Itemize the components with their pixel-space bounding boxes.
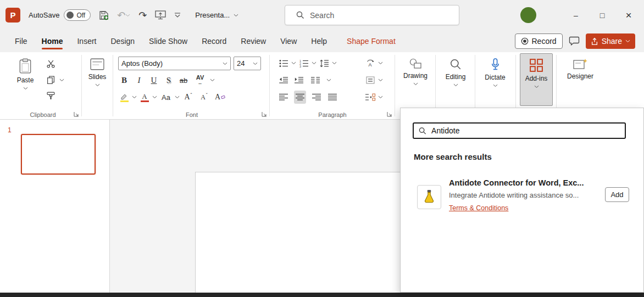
powerpoint-logo[interactable]: P xyxy=(5,8,20,23)
undo-button[interactable]: ↶ xyxy=(117,10,130,20)
increase-indent-button[interactable] xyxy=(293,74,304,87)
dictate-button[interactable]: Dictate xyxy=(478,53,512,87)
clipboard-dialog-launcher[interactable] xyxy=(74,111,79,117)
drawing-button[interactable]: Drawing xyxy=(398,53,433,86)
clear-formatting-button[interactable]: A xyxy=(213,91,227,104)
terms-and-conditions-link[interactable]: Terms & Conditions xyxy=(449,204,508,212)
copy-icon xyxy=(47,76,55,84)
chevron-down-icon[interactable] xyxy=(332,61,337,65)
bullets-button[interactable] xyxy=(277,57,290,70)
addins-popup: More search results Antidote Connector f… xyxy=(400,108,644,293)
strikethrough-button[interactable]: ab xyxy=(177,74,190,87)
chevron-down-icon[interactable] xyxy=(210,79,215,82)
text-highlight-button[interactable] xyxy=(118,91,131,104)
add-addin-button[interactable]: Add xyxy=(605,187,629,202)
format-painter-button[interactable] xyxy=(44,89,57,102)
search-input[interactable] xyxy=(310,11,436,20)
tab-review[interactable]: Review xyxy=(234,30,273,52)
font-color-button[interactable]: A xyxy=(138,91,151,104)
bold-button[interactable]: B xyxy=(118,74,131,87)
autosave-toggle[interactable]: Off xyxy=(64,9,91,21)
text-shadow-button[interactable]: S xyxy=(162,74,175,87)
chevron-down-icon[interactable] xyxy=(175,96,180,99)
font-name-select[interactable]: Aptos (Body) xyxy=(118,57,231,70)
change-case-button[interactable]: Aa xyxy=(158,91,174,104)
record-button[interactable]: Record xyxy=(515,33,563,49)
comments-button[interactable] xyxy=(569,36,580,46)
columns-button[interactable] xyxy=(309,74,322,87)
decrease-font-size-button[interactable]: Aˇ xyxy=(197,91,212,104)
numbering-button[interactable]: 123 xyxy=(297,57,310,70)
microphone-icon xyxy=(491,58,500,71)
chevron-down-icon[interactable] xyxy=(378,96,383,99)
designer-button[interactable]: Designer xyxy=(560,53,600,80)
underline-button[interactable]: U xyxy=(147,74,160,87)
tab-insert[interactable]: Insert xyxy=(70,30,103,52)
svg-text:A: A xyxy=(369,62,372,68)
chevron-down-icon[interactable] xyxy=(312,61,317,65)
chevron-down-icon[interactable] xyxy=(152,96,157,99)
chevron-down-icon[interactable] xyxy=(326,79,331,82)
tab-home[interactable]: Home xyxy=(35,30,70,52)
clipboard-group: Paste Clipboard xyxy=(4,52,81,120)
tab-record[interactable]: Record xyxy=(195,30,234,52)
character-spacing-button[interactable]: AV↔ xyxy=(192,74,208,87)
tab-shape-format[interactable]: Shape Format xyxy=(340,30,403,52)
addins-search-input[interactable] xyxy=(431,126,620,135)
font-dialog-launcher[interactable] xyxy=(262,111,267,117)
new-slide-button[interactable]: Slides xyxy=(84,53,111,87)
save-button[interactable] xyxy=(99,10,109,20)
maximize-button[interactable]: □ xyxy=(589,0,615,30)
font-color-icon: A xyxy=(141,93,149,102)
justify-icon xyxy=(328,93,337,101)
close-button[interactable]: × xyxy=(615,0,642,30)
addin-app-icon xyxy=(417,185,441,209)
start-slideshow-button[interactable] xyxy=(155,10,166,20)
decrease-indent-button[interactable] xyxy=(278,74,289,87)
slide-thumbnail[interactable] xyxy=(21,134,96,175)
paragraph-dialog-launcher[interactable] xyxy=(387,111,392,117)
share-button[interactable]: Share xyxy=(586,33,635,49)
chevron-down-icon xyxy=(534,85,539,88)
chevron-down-icon xyxy=(125,14,130,17)
text-direction-button[interactable]: A xyxy=(364,57,377,70)
status-bar xyxy=(0,293,644,297)
redo-button[interactable]: ↷ xyxy=(138,10,147,20)
addins-search-box[interactable] xyxy=(413,122,626,139)
minimize-button[interactable]: – xyxy=(563,0,589,30)
paste-button[interactable]: Paste xyxy=(11,53,40,90)
convert-to-smartart-button[interactable] xyxy=(364,91,377,104)
align-left-button[interactable] xyxy=(278,91,289,104)
ribbon-tab-bar: File Home Insert Design Slide Show Recor… xyxy=(0,30,644,52)
editing-button[interactable]: Editing xyxy=(438,53,473,87)
align-center-button[interactable] xyxy=(294,91,306,104)
tab-help[interactable]: Help xyxy=(304,30,334,52)
justify-button[interactable] xyxy=(327,91,338,104)
tab-file[interactable]: File xyxy=(8,30,35,52)
italic-button[interactable]: I xyxy=(132,74,146,87)
tab-view[interactable]: View xyxy=(273,30,304,52)
align-text-icon xyxy=(366,76,375,84)
chevron-down-icon[interactable] xyxy=(132,96,137,99)
chevron-down-icon[interactable] xyxy=(378,61,383,65)
font-size-select[interactable]: 24 xyxy=(234,57,261,70)
tab-slide-show[interactable]: Slide Show xyxy=(142,30,195,52)
chevron-down-icon[interactable] xyxy=(291,61,296,65)
document-title[interactable]: Presenta... xyxy=(195,11,238,19)
menubar-right-actions: Record Share xyxy=(515,30,636,52)
line-spacing-button[interactable] xyxy=(318,57,331,70)
align-left-icon xyxy=(279,93,288,101)
align-text-button[interactable] xyxy=(364,74,377,87)
align-right-button[interactable] xyxy=(311,91,322,104)
record-dot-icon xyxy=(521,37,529,45)
titlebar-search-box[interactable] xyxy=(285,5,459,25)
cut-button[interactable] xyxy=(44,57,57,70)
account-avatar[interactable] xyxy=(520,7,536,23)
increase-font-size-button[interactable]: Aˆ xyxy=(181,91,196,104)
chevron-down-icon[interactable] xyxy=(378,79,383,82)
tab-design[interactable]: Design xyxy=(103,30,142,52)
addins-button[interactable]: Add-ins xyxy=(520,53,553,106)
copy-button[interactable] xyxy=(44,73,57,86)
chevron-down-icon[interactable] xyxy=(59,79,64,82)
customize-toolbar-button[interactable] xyxy=(174,13,181,18)
